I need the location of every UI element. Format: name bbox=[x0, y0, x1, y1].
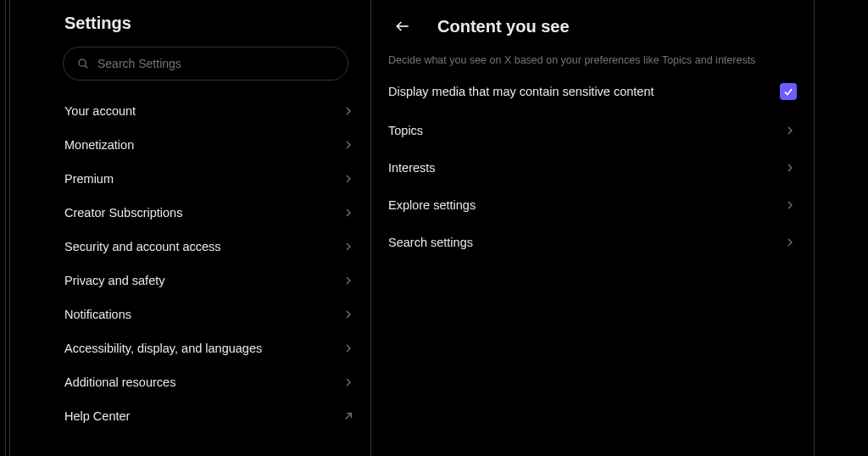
row-topics[interactable]: Topics bbox=[385, 112, 800, 149]
search-container bbox=[41, 43, 370, 94]
content-title: Content you see bbox=[437, 17, 570, 36]
menu-item-label: Privacy and safety bbox=[64, 274, 164, 287]
arrow-left-icon bbox=[394, 18, 411, 35]
chevron-right-icon bbox=[783, 236, 797, 249]
row-label: Explore settings bbox=[388, 198, 476, 212]
chevron-right-icon bbox=[342, 172, 355, 186]
content-description: Decide what you see on X based on your p… bbox=[385, 46, 800, 71]
check-icon bbox=[782, 86, 794, 97]
row-label: Search settings bbox=[388, 236, 473, 249]
row-explore-settings[interactable]: Explore settings bbox=[385, 186, 800, 224]
content-header: Content you see bbox=[385, 7, 800, 46]
menu-item-label: Creator Subscriptions bbox=[64, 206, 182, 220]
row-label: Topics bbox=[388, 124, 423, 137]
menu-item-label: Monetization bbox=[64, 138, 134, 152]
settings-panel: Settings Your account Monetization Premi… bbox=[41, 0, 371, 456]
settings-title: Settings bbox=[41, 7, 370, 43]
search-field[interactable] bbox=[63, 47, 348, 81]
left-gutter bbox=[0, 0, 41, 456]
chevron-right-icon bbox=[783, 198, 797, 212]
menu-item-label: Premium bbox=[64, 172, 114, 186]
menu-item-label: Additional resources bbox=[64, 375, 175, 389]
chevron-right-icon bbox=[342, 375, 355, 389]
menu-item-monetization[interactable]: Monetization bbox=[41, 128, 370, 162]
chevron-right-icon bbox=[783, 124, 797, 137]
menu-item-label: Notifications bbox=[64, 308, 131, 321]
menu-item-creator-subscriptions[interactable]: Creator Subscriptions bbox=[41, 196, 370, 230]
menu-item-notifications[interactable]: Notifications bbox=[41, 298, 370, 331]
menu-item-label: Your account bbox=[64, 104, 136, 118]
chevron-right-icon bbox=[342, 240, 355, 253]
right-gutter bbox=[814, 0, 868, 456]
menu-item-help-center[interactable]: Help Center bbox=[41, 399, 370, 433]
menu-item-your-account[interactable]: Your account bbox=[41, 94, 370, 128]
back-button[interactable] bbox=[388, 12, 417, 41]
vertical-divider bbox=[5, 0, 10, 456]
menu-item-security[interactable]: Security and account access bbox=[41, 230, 370, 264]
svg-line-1 bbox=[85, 65, 87, 68]
menu-item-privacy[interactable]: Privacy and safety bbox=[41, 264, 370, 298]
search-icon bbox=[77, 58, 89, 70]
chevron-right-icon bbox=[342, 342, 355, 355]
menu-item-premium[interactable]: Premium bbox=[41, 162, 370, 196]
content-panel: Content you see Decide what you see on X… bbox=[371, 0, 814, 456]
menu-item-additional-resources[interactable]: Additional resources bbox=[41, 365, 370, 399]
chevron-right-icon bbox=[342, 138, 355, 152]
menu-item-label: Accessibility, display, and languages bbox=[64, 342, 262, 355]
menu-item-label: Security and account access bbox=[64, 240, 221, 253]
svg-line-2 bbox=[346, 414, 352, 420]
chevron-right-icon bbox=[342, 308, 355, 321]
chevron-right-icon bbox=[342, 206, 355, 220]
row-label: Display media that may contain sensitive… bbox=[388, 85, 654, 98]
row-search-settings[interactable]: Search settings bbox=[385, 224, 800, 261]
search-input[interactable] bbox=[97, 57, 334, 70]
chevron-right-icon bbox=[783, 161, 797, 175]
external-link-icon bbox=[342, 409, 355, 423]
row-sensitive-toggle[interactable]: Display media that may contain sensitive… bbox=[385, 71, 800, 112]
svg-point-0 bbox=[79, 59, 86, 66]
row-label: Interests bbox=[388, 161, 436, 175]
checkbox-sensitive[interactable] bbox=[780, 83, 797, 100]
chevron-right-icon bbox=[342, 274, 355, 287]
row-interests[interactable]: Interests bbox=[385, 149, 800, 186]
chevron-right-icon bbox=[342, 104, 355, 118]
menu-item-label: Help Center bbox=[64, 409, 130, 423]
menu-item-accessibility[interactable]: Accessibility, display, and languages bbox=[41, 331, 370, 365]
